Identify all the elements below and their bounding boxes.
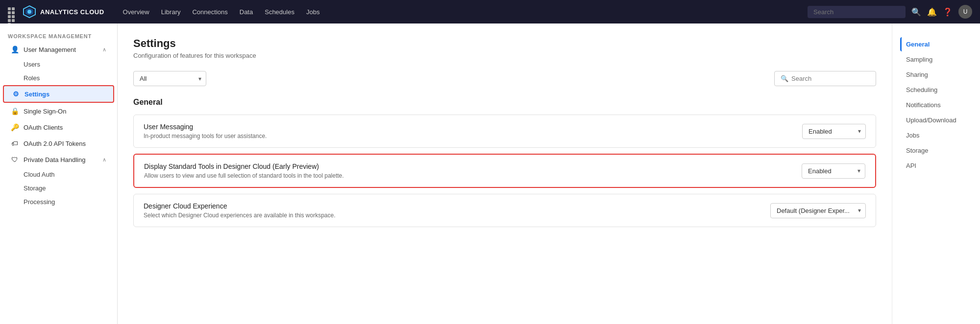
sidebar-item-users[interactable]: Users	[3, 58, 114, 71]
sidebar-item-single-sign-on[interactable]: 🔒 Single Sign-On	[3, 103, 114, 119]
chevron-up-icon: ∧	[102, 157, 106, 163]
logo-area: ANALYTICS CLOUD	[23, 5, 104, 19]
help-icon-btn[interactable]: ❓	[943, 7, 953, 17]
toc-item-sampling[interactable]: Sampling	[900, 52, 972, 67]
sidebar: WORKSPACE MANAGEMENT 👤 User Management ∧…	[0, 23, 118, 324]
filter-select-wrapper: All General Sampling Sharing Scheduling …	[133, 71, 206, 86]
nav-right: 🔍 🔔 ❓ U	[808, 5, 972, 19]
designer-cloud-experience-select[interactable]: Default (Designer Exper... Classic Moder…	[770, 203, 866, 218]
display-standard-tools-desc: Allow users to view and use full selecti…	[144, 172, 344, 179]
user-messaging-title: User Messaging	[144, 123, 267, 131]
right-toc: General Sampling Sharing Scheduling Noti…	[892, 23, 980, 324]
toc-item-upload-download[interactable]: Upload/Download	[900, 113, 972, 127]
designer-cloud-experience-left: Designer Cloud Experience Select which D…	[144, 202, 336, 219]
top-nav: ANALYTICS CLOUD Overview Library Connect…	[0, 0, 980, 23]
user-messaging-right: Enabled Disabled	[802, 124, 866, 139]
toc-item-general[interactable]: General	[900, 37, 972, 51]
sidebar-item-processing[interactable]: Processing	[3, 195, 114, 208]
toc-item-api[interactable]: API	[900, 159, 972, 173]
settings-row-user-messaging: User Messaging In-product messaging tool…	[133, 115, 876, 148]
sidebar-item-label: OAuth Clients	[24, 124, 63, 131]
sidebar-item-settings[interactable]: ⚙ Settings	[3, 85, 114, 103]
sidebar-item-private-data-handling[interactable]: 🛡 Private Data Handling ∧	[3, 152, 114, 167]
nav-jobs[interactable]: Jobs	[301, 5, 324, 19]
settings-search-wrapper: 🔍	[774, 71, 876, 86]
toc-item-scheduling[interactable]: Scheduling	[900, 83, 972, 97]
sidebar-item-oauth-api-tokens[interactable]: 🏷 OAuth 2.0 API Tokens	[3, 136, 114, 151]
sidebar-item-cloud-auth[interactable]: Cloud Auth	[3, 168, 114, 181]
settings-icon: ⚙	[12, 90, 20, 98]
designer-cloud-experience-desc: Select which Designer Cloud experiences …	[144, 212, 336, 219]
sidebar-item-label: User Management	[24, 46, 76, 53]
nav-overview[interactable]: Overview	[118, 5, 154, 19]
chevron-up-icon: ∧	[102, 46, 106, 53]
display-standard-tools-title: Display Standard Tools in Designer Cloud…	[144, 162, 344, 170]
designer-cloud-experience-right: Default (Designer Exper... Classic Moder…	[770, 203, 866, 218]
sidebar-item-label: Single Sign-On	[24, 108, 66, 115]
sidebar-item-label: Settings	[24, 91, 49, 98]
toc-item-storage[interactable]: Storage	[900, 143, 972, 158]
sidebar-item-oauth-clients[interactable]: 🔑 OAuth Clients	[3, 119, 114, 135]
user-messaging-left: User Messaging In-product messaging tool…	[144, 123, 267, 139]
page-subtitle: Configuration of features for this works…	[133, 52, 876, 59]
designer-cloud-experience-title: Designer Cloud Experience	[144, 202, 336, 210]
filter-bar: All General Sampling Sharing Scheduling …	[133, 71, 876, 86]
main-content: Settings Configuration of features for t…	[118, 23, 892, 324]
user-avatar[interactable]: U	[958, 5, 972, 19]
page-title: Settings	[133, 37, 876, 50]
search-icon: 🔍	[781, 75, 788, 82]
general-section-heading: General	[133, 98, 876, 107]
brand-text: ANALYTICS CLOUD	[40, 8, 104, 16]
private-data-icon: 🛡	[11, 156, 19, 163]
app-body: WORKSPACE MANAGEMENT 👤 User Management ∧…	[0, 23, 980, 324]
global-search-input[interactable]	[808, 6, 906, 18]
nav-connections[interactable]: Connections	[187, 5, 232, 19]
search-icon-btn[interactable]: 🔍	[911, 7, 921, 17]
oauth-clients-icon: 🔑	[11, 123, 19, 131]
nav-schedules[interactable]: Schedules	[260, 5, 299, 19]
settings-row-designer-cloud-experience: Designer Cloud Experience Select which D…	[133, 194, 876, 227]
display-standard-tools-select[interactable]: Enabled Disabled	[802, 163, 865, 179]
user-management-icon: 👤	[11, 46, 19, 53]
sidebar-item-storage[interactable]: Storage	[3, 182, 114, 195]
toc-item-sharing[interactable]: Sharing	[900, 68, 972, 82]
settings-row-display-standard-tools: Display Standard Tools in Designer Cloud…	[133, 154, 876, 188]
sidebar-item-label: OAuth 2.0 API Tokens	[24, 140, 86, 147]
toc-item-notifications[interactable]: Notifications	[900, 98, 972, 112]
sidebar-section-label: WORKSPACE MANAGEMENT	[0, 29, 117, 41]
sso-icon: 🔒	[11, 107, 19, 115]
nav-library[interactable]: Library	[156, 5, 186, 19]
app-grid-icon[interactable]	[8, 7, 17, 16]
nav-links: Overview Library Connections Data Schedu…	[118, 5, 804, 19]
nav-data[interactable]: Data	[235, 5, 258, 19]
logo-icon	[23, 5, 36, 19]
toc-item-jobs[interactable]: Jobs	[900, 128, 972, 142]
sidebar-item-roles[interactable]: Roles	[3, 71, 114, 85]
notifications-icon-btn[interactable]: 🔔	[927, 7, 937, 17]
display-standard-tools-right: Enabled Disabled	[802, 163, 865, 179]
svg-point-2	[27, 10, 31, 14]
user-messaging-desc: In-product messaging tools for user assi…	[144, 133, 267, 139]
oauth-api-tokens-icon: 🏷	[11, 139, 19, 147]
user-messaging-select[interactable]: Enabled Disabled	[802, 124, 866, 139]
sidebar-item-user-management[interactable]: 👤 User Management ∧	[3, 42, 114, 57]
settings-search-input[interactable]	[791, 75, 870, 82]
filter-select[interactable]: All General Sampling Sharing Scheduling …	[133, 71, 206, 86]
sidebar-item-label: Private Data Handling	[24, 156, 85, 163]
display-standard-tools-left: Display Standard Tools in Designer Cloud…	[144, 162, 344, 179]
